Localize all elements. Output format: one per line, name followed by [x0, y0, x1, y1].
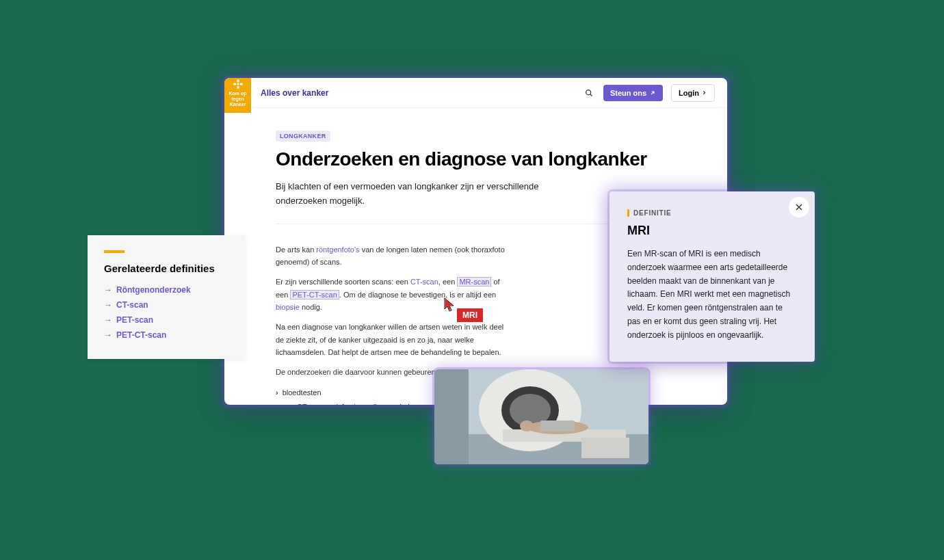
svg-point-3 [233, 83, 237, 85]
link-ct-scan[interactable]: CT-scan [410, 278, 438, 286]
login-label: Login [679, 89, 699, 97]
external-link-icon [649, 90, 656, 96]
svg-rect-17 [540, 421, 575, 431]
close-icon [794, 202, 804, 212]
support-button[interactable]: Steun ons [603, 85, 663, 101]
logo-text-1: Kom op [228, 91, 246, 96]
related-item[interactable]: PET-CT-scan [104, 328, 231, 343]
hover-tooltip: MRI [457, 308, 483, 322]
paragraph-1: De arts kan röntgenfoto's van de longen … [276, 243, 505, 269]
related-item[interactable]: CT-scan [104, 297, 231, 312]
svg-point-1 [237, 79, 239, 83]
category-tag[interactable]: LONGKANKER [276, 131, 330, 142]
brand-link[interactable]: Alles over kanker [261, 88, 328, 98]
svg-point-2 [237, 85, 239, 89]
svg-rect-14 [581, 438, 629, 458]
definition-popover: DEFINITIE MRI Een MR-scan of MRI is een … [609, 191, 815, 362]
definition-body: Een MR-scan of MRI is een medisch onderz… [627, 248, 797, 343]
related-heading: Gerelateerde definities [104, 263, 231, 274]
link-rontgen[interactable]: röntgenfoto's [316, 245, 359, 254]
paragraph-3: Na een diagnose van longkanker willen de… [276, 321, 505, 359]
definition-label-row: DEFINITIE [627, 209, 797, 217]
mri-scanner-image [434, 369, 648, 464]
logo-text-3: Kanker [230, 102, 246, 107]
chevron-right-icon [701, 90, 707, 96]
accent-bar [627, 209, 629, 217]
link-echografie[interactable]: echografie [346, 403, 381, 405]
svg-point-4 [239, 83, 243, 85]
related-list: Röntgenonderzoek CT-scan PET-scan PET-CT… [104, 282, 231, 343]
svg-rect-9 [434, 369, 469, 464]
close-button[interactable] [789, 197, 809, 217]
intro-paragraph: Bij klachten of een vermoeden van longka… [276, 180, 590, 209]
related-definitions-panel: Gerelateerde definities Röntgenonderzoek… [88, 235, 245, 359]
logo-text-2: tegen [231, 96, 244, 102]
svg-line-6 [590, 94, 592, 96]
support-label: Steun ons [610, 89, 646, 97]
link-mr-scan[interactable]: MR-scan [457, 277, 491, 286]
related-item[interactable]: PET-scan [104, 312, 231, 328]
page-title: Onderzoeken en diagnose van longkanker [276, 148, 690, 170]
topbar: Kom op tegen Kanker Alles over kanker St… [224, 78, 727, 108]
definition-title: MRI [627, 224, 797, 238]
cursor-icon [443, 297, 457, 313]
svg-point-5 [586, 90, 591, 94]
link-pet-ct-scan[interactable]: PET-CT-scan [290, 290, 339, 299]
svg-point-16 [520, 421, 534, 431]
definition-label: DEFINITIE [633, 209, 672, 217]
link-biopsie[interactable]: biopsie [276, 303, 300, 311]
flower-icon [233, 79, 244, 90]
accent-bar [104, 250, 124, 253]
related-item[interactable]: Röntgenonderzoek [104, 282, 231, 297]
logo[interactable]: Kom op tegen Kanker [224, 78, 251, 113]
search-icon[interactable] [583, 87, 595, 99]
login-button[interactable]: Login [671, 84, 715, 102]
svg-point-0 [237, 83, 239, 85]
